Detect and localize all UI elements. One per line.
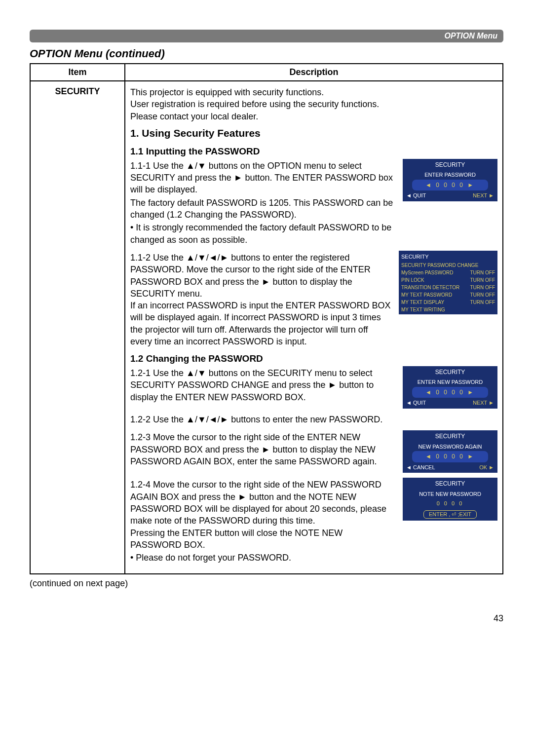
heading-1-1: 1.1 Inputting the PASSWORD (130, 145, 497, 158)
page-number: 43 (30, 613, 503, 624)
continued-note: (continued on next page) (30, 578, 503, 589)
step-1-2-3: 1.2-3 Move the cursor to the right side … (130, 431, 396, 467)
section-title: OPTION Menu (continued) (30, 47, 503, 60)
item-security: SECURITY (30, 81, 125, 574)
col-desc: Description (125, 64, 503, 81)
step-1-2-4b: • Please do not forget your PASSWORD. (130, 552, 396, 564)
heading-1: 1. Using Security Features (130, 126, 497, 140)
manual-table: Item Description SECURITY This projector… (30, 63, 503, 574)
osd-note-new-password: SECURITY NOTE NEW PASSWORD 0 0 0 0 ENTER… (403, 478, 497, 521)
step-1-1-1b: The factory default PASSWORD is 1205. Th… (130, 197, 396, 221)
osd-enter-password: SECURITY ENTER PASSWORD ◄ 0 0 0 0 ► ◄ QU… (403, 159, 497, 201)
osd-security-menu: SECURITY SECURITY PASSWORD CHANGE MyScre… (399, 251, 497, 315)
desc-cell: This projector is equipped with security… (125, 81, 503, 574)
step-1-1-1c: • It is strongly recommended the factory… (130, 222, 396, 246)
step-1-2-4: 1.2-4 Move the cursor to the right side … (130, 479, 396, 551)
step-1-1-2: 1.1-2 Use the ▲/▼/◄/► buttons to enter t… (130, 252, 392, 347)
step-1-2-2: 1.2-2 Use the ▲/▼/◄/► buttons to enter t… (130, 414, 497, 425)
osd-new-password-again: SECURITY NEW PASSWORD AGAIN ◄ 0 0 0 0 ► … (403, 430, 497, 473)
step-1-2-1: 1.2-1 Use the ▲/▼ buttons on the SECURIT… (130, 367, 396, 403)
heading-1-2: 1.2 Changing the PASSWORD (130, 352, 497, 365)
osd-enter-new-password: SECURITY ENTER NEW PASSWORD ◄ 0 0 0 0 ► … (403, 366, 497, 409)
col-item: Item (30, 64, 125, 81)
intro-text: This projector is equipped with security… (130, 86, 497, 122)
header-band: OPTION Menu (30, 30, 503, 42)
step-1-1-1: 1.1-1 Use the ▲/▼ buttons on the OPTION … (130, 160, 396, 196)
